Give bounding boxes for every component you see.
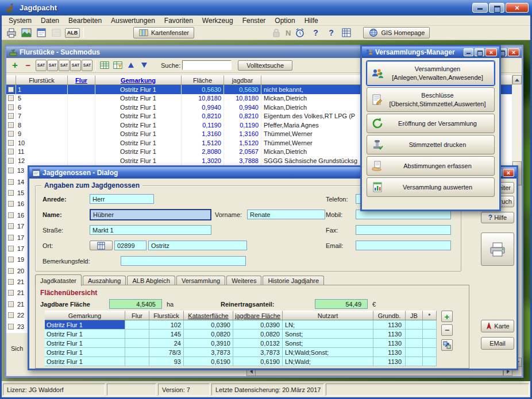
- add-record-button[interactable]: +: [9, 60, 21, 71]
- anrede-field[interactable]: Herr: [90, 194, 154, 204]
- abstimmungen-erfassen-button[interactable]: Abstimmungen erfassen: [367, 156, 495, 176]
- row-checkbox[interactable]: [8, 104, 14, 110]
- menu-item[interactable]: Werkzeug: [198, 16, 238, 26]
- sort-down-icon[interactable]: [138, 60, 150, 71]
- fax-field[interactable]: [356, 225, 451, 235]
- kataster-row[interactable]: Ostritz Flur 1 145 0,0820 0,0820 Sonst; …: [45, 330, 437, 339]
- context-help-icon[interactable]: ?: [325, 26, 337, 39]
- name-field[interactable]: Hübner: [90, 209, 211, 220]
- dheader-katasterflaeche[interactable]: Katasterfläche: [184, 311, 233, 320]
- row-checkbox[interactable]: [8, 246, 14, 251]
- row-checkbox[interactable]: [8, 95, 14, 101]
- flur-close-button[interactable]: [508, 48, 519, 56]
- tab[interactable]: Jagdkataster: [35, 274, 82, 286]
- kataster-row[interactable]: Ostritz Flur 1 93 0,6190 0,6190 LN;Wald;…: [45, 357, 437, 366]
- row-checkbox[interactable]: [8, 268, 14, 274]
- header-flaeche[interactable]: Fläche: [182, 75, 224, 85]
- bemerkung-field[interactable]: [121, 256, 246, 266]
- print-button[interactable]: [481, 233, 514, 266]
- sat-button[interactable]: SAT: [47, 60, 58, 71]
- strasse-field[interactable]: Markt 1: [90, 225, 211, 235]
- plz-field[interactable]: 02899: [114, 241, 147, 250]
- row-checkbox[interactable]: [8, 179, 14, 185]
- versammlungen-button[interactable]: Versammlungen[Anlegen,Verwalten,Anwesend…: [367, 61, 495, 86]
- row-checkbox[interactable]: [8, 201, 14, 207]
- row-checkbox[interactable]: [8, 131, 14, 137]
- row-checkbox[interactable]: [8, 235, 14, 241]
- row-checkbox[interactable]: [8, 290, 14, 296]
- app-maximize-button[interactable]: [489, 3, 504, 13]
- sat-button[interactable]: SAT: [82, 60, 92, 71]
- kataster-row[interactable]: Ostritz Flur 1 78/3 3,7873 3,7873 LN;Wal…: [45, 348, 437, 357]
- stimmzettel-drucken-button[interactable]: Stimmzettel drucken: [367, 135, 495, 154]
- menu-item[interactable]: Daten: [36, 16, 64, 26]
- row-checkbox[interactable]: [8, 212, 14, 218]
- kataster-remove-button[interactable]: −: [441, 324, 453, 336]
- tab[interactable]: ALB Abgleich: [127, 276, 175, 285]
- karte-button[interactable]: Karte: [481, 320, 514, 332]
- row-checkbox[interactable]: [8, 149, 14, 154]
- email-field[interactable]: [356, 241, 451, 250]
- kataster-row[interactable]: Ostritz Flur 1 102 0,0390 0,0390 LN; 113…: [45, 320, 437, 330]
- dheader-flur[interactable]: Flur: [125, 311, 149, 320]
- header-flurstueck[interactable]: Flurstück: [16, 75, 68, 85]
- kataster-add-button[interactable]: +: [441, 311, 453, 322]
- app-close-button[interactable]: [506, 3, 529, 13]
- alarm-icon[interactable]: [294, 26, 306, 39]
- header-jagdbar[interactable]: jagdbar: [224, 75, 261, 85]
- fulltext-search-button[interactable]: Volltextsuche: [238, 60, 292, 71]
- menu-item[interactable]: System: [4, 16, 36, 26]
- menu-item[interactable]: Favoriten: [160, 16, 198, 26]
- menu-item[interactable]: Auswertungen: [106, 16, 160, 26]
- list-icon[interactable]: [50, 26, 63, 39]
- menu-item[interactable]: Option: [270, 16, 299, 26]
- header-flur[interactable]: Flur: [68, 75, 95, 85]
- header-gemarkung[interactable]: Gemarkung: [95, 75, 182, 85]
- form-icon[interactable]: [35, 26, 48, 39]
- dheader-nutzart[interactable]: Nutzart: [283, 311, 373, 320]
- dheader-flurstueck[interactable]: Flurstück: [149, 311, 184, 320]
- kataster-export-button[interactable]: [441, 339, 453, 351]
- map-image-icon[interactable]: [20, 26, 33, 39]
- dheader-star[interactable]: *: [423, 311, 437, 320]
- hilfe-button[interactable]: ? Hilfe: [481, 212, 514, 223]
- beschluesse-button[interactable]: Beschlüsse[Übersicht,Stimmzettel,Auswert…: [367, 87, 495, 112]
- dheader-jb[interactable]: JB: [406, 311, 423, 320]
- row-checkbox[interactable]: [8, 257, 14, 262]
- email-button[interactable]: EMail: [481, 337, 514, 350]
- menu-item[interactable]: Bearbeiten: [64, 16, 106, 26]
- row-checkbox[interactable]: [8, 190, 14, 196]
- search-input[interactable]: [182, 60, 232, 70]
- app-minimize-button[interactable]: [472, 3, 488, 13]
- ort-picker-button[interactable]: [90, 241, 113, 250]
- sat-button[interactable]: SAT: [59, 60, 70, 71]
- row-checkbox[interactable]: [8, 324, 14, 330]
- row-checkbox[interactable]: [8, 87, 14, 92]
- menu-item[interactable]: Fenster: [238, 16, 271, 26]
- vm-titlebar[interactable]: Versammlungs-Manager: [362, 47, 499, 58]
- dheader-gemarkung[interactable]: Gemarkung: [45, 311, 125, 320]
- sat-button[interactable]: SAT: [36, 60, 47, 71]
- delete-record-button[interactable]: −: [22, 60, 34, 71]
- row-checkbox[interactable]: [8, 301, 14, 307]
- tab[interactable]: Historie Jagdjahre: [263, 276, 324, 285]
- sort-up-icon[interactable]: [125, 60, 137, 71]
- grid-view-icon[interactable]: [99, 60, 110, 71]
- grid-icon[interactable]: [340, 26, 353, 39]
- row-checkbox[interactable]: [8, 158, 14, 164]
- row-checkbox[interactable]: [8, 312, 14, 318]
- dheader-jagdbare-flaeche[interactable]: jagdbare Fläche: [233, 311, 283, 320]
- scroll-up-button[interactable]: [512, 75, 522, 84]
- help-icon[interactable]: ?: [309, 26, 322, 39]
- lock-icon[interactable]: [270, 26, 283, 39]
- row-checkbox[interactable]: [8, 223, 14, 229]
- tab[interactable]: Weiteres: [226, 276, 261, 285]
- row-checkbox[interactable]: [8, 113, 14, 119]
- row-checkbox[interactable]: [8, 168, 14, 173]
- row-checkbox[interactable]: [8, 140, 14, 146]
- menu-item[interactable]: Hilfe: [300, 16, 323, 26]
- tab[interactable]: Auszahlung: [83, 276, 126, 285]
- tab[interactable]: Versammlung: [176, 276, 225, 285]
- dialog-close-button[interactable]: [503, 169, 514, 177]
- vm-minimize-button[interactable]: [464, 48, 473, 56]
